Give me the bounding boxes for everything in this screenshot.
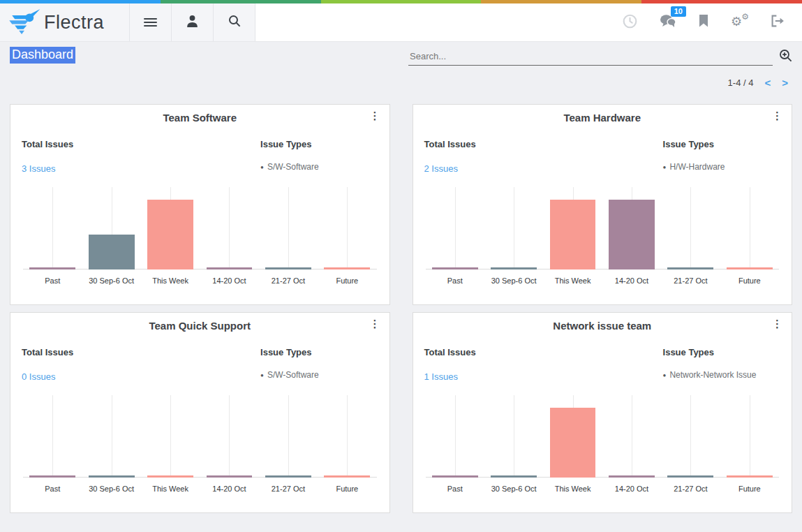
kebab-menu-icon[interactable]: ⋮	[772, 318, 782, 330]
chart-gridline	[229, 187, 230, 269]
x-axis-label: Future	[318, 485, 376, 493]
chart-bar[interactable]	[727, 475, 773, 478]
strip-orange	[481, 0, 641, 3]
messages-button[interactable]: 10	[660, 14, 676, 31]
chart-gridline	[52, 395, 53, 478]
issues-count-link[interactable]: 2 Issues	[424, 163, 458, 174]
zoom-in-search-icon[interactable]	[779, 49, 792, 65]
control-panel: Dashboard	[10, 42, 792, 66]
chart-bar[interactable]	[89, 235, 135, 269]
chart-gridline	[288, 395, 289, 478]
chart-bar[interactable]	[609, 475, 655, 478]
main-content: Dashboard 1-4 / 4 < > Team Software ⋮ To…	[0, 42, 802, 513]
bookmark-icon	[699, 15, 708, 30]
chart-bar[interactable]	[432, 475, 478, 478]
chart-bar[interactable]	[147, 475, 193, 478]
messages-count-badge: 10	[671, 6, 686, 17]
chart-bar[interactable]	[324, 267, 370, 269]
chart-bar[interactable]	[491, 475, 537, 478]
search-input[interactable]	[408, 48, 773, 66]
chart-category-slot: Future	[720, 187, 779, 292]
chart-bar[interactable]	[29, 267, 75, 269]
chart-bar[interactable]	[147, 200, 193, 269]
navbar-right-group: 10 ⚙⚙	[623, 3, 802, 41]
chart-bar[interactable]	[324, 475, 370, 478]
x-axis-label: Past	[426, 485, 484, 493]
legend-bullet-icon: ●	[663, 164, 667, 170]
kebab-menu-icon[interactable]: ⋮	[370, 318, 380, 330]
page-title[interactable]: Dashboard	[10, 47, 75, 64]
chart-gridline	[288, 187, 289, 269]
chart-bar[interactable]	[491, 267, 537, 269]
x-axis-label: Past	[426, 276, 484, 285]
chart-category-slot: 21-27 Oct	[661, 187, 720, 292]
chart-category-slot: Future	[720, 395, 779, 500]
apps-menu-button[interactable]	[129, 3, 171, 41]
bookmark-button[interactable]	[699, 15, 708, 30]
x-axis-label: 30 Sep-6 Oct	[484, 276, 543, 285]
top-navbar: Flectra 10	[0, 3, 802, 42]
chart-bar[interactable]	[29, 475, 75, 478]
issues-count-link[interactable]: 0 Issues	[22, 371, 55, 382]
x-axis-label: 14-20 Oct	[602, 276, 661, 285]
chart-gridline	[690, 187, 691, 269]
chart-gridline	[347, 395, 348, 478]
x-axis-label: Future	[720, 276, 779, 285]
card-title: Team Software	[10, 112, 389, 124]
legend-label: Network-Network Issue	[669, 370, 756, 380]
legend-label: H/W-Hardware	[669, 162, 725, 172]
global-search-button[interactable]	[213, 3, 255, 41]
x-axis-label: 14-20 Oct	[200, 276, 258, 285]
kebab-menu-icon[interactable]: ⋮	[370, 110, 380, 122]
chart-bar[interactable]	[609, 200, 655, 269]
chart-bar[interactable]	[265, 267, 311, 269]
flectra-bird-icon	[8, 7, 40, 38]
chart-bar[interactable]	[265, 475, 311, 478]
chart-bar[interactable]	[432, 267, 478, 269]
flectra-logo[interactable]: Flectra	[0, 3, 129, 41]
legend-bullet-icon: ●	[260, 372, 264, 378]
chart-category-slot: 30 Sep-6 Oct	[484, 187, 543, 292]
issues-count-link[interactable]: 3 Issues	[22, 163, 55, 174]
strip-lightgreen	[321, 0, 482, 3]
chart-bar[interactable]	[667, 267, 713, 269]
legend-item: ● S/W-Software	[260, 162, 378, 172]
settings-button[interactable]: ⚙⚙	[731, 15, 749, 30]
chart-category-slot: Past	[23, 395, 82, 500]
chart-bar[interactable]	[667, 475, 713, 478]
x-axis-label: 21-27 Oct	[661, 276, 720, 285]
total-issues-label: Total Issues	[424, 139, 663, 149]
x-axis-label: 21-27 Oct	[259, 276, 318, 285]
activities-button[interactable]	[623, 14, 637, 31]
legend-item: ● H/W-Hardware	[663, 162, 780, 172]
chart-gridline	[514, 187, 514, 269]
x-axis-label: Future	[318, 276, 376, 285]
kebab-menu-icon[interactable]: ⋮	[772, 110, 782, 122]
chart-gridline	[514, 395, 514, 478]
x-axis-label: This Week	[141, 485, 200, 493]
pager-range: 1-4 / 4	[728, 77, 754, 88]
x-axis-label: 30 Sep-6 Oct	[82, 485, 140, 493]
chart-category-slot: 30 Sep-6 Oct	[82, 395, 140, 500]
chart-gridline	[750, 395, 750, 478]
chart-category-slot: 14-20 Oct	[602, 187, 661, 292]
issues-bar-chart: Past30 Sep-6 OctThis Week14-20 Oct21-27 …	[23, 395, 377, 500]
x-axis-label: Past	[23, 276, 82, 285]
x-axis-label: 14-20 Oct	[200, 485, 258, 493]
chart-bar[interactable]	[207, 475, 253, 478]
chart-gridline	[229, 395, 230, 478]
chart-bar[interactable]	[550, 408, 596, 478]
chart-bar[interactable]	[727, 267, 773, 269]
chart-category-slot: Past	[426, 395, 484, 500]
logout-button[interactable]	[771, 15, 785, 30]
legend-bullet-icon: ●	[260, 164, 264, 170]
issues-count-link[interactable]: 1 Issues	[424, 371, 458, 382]
clock-icon	[623, 14, 637, 31]
chart-bar[interactable]	[89, 475, 135, 478]
chart-bar[interactable]	[550, 200, 596, 269]
user-menu-button[interactable]	[171, 3, 213, 41]
pager-prev-icon[interactable]: <	[764, 77, 771, 89]
chart-bar[interactable]	[207, 267, 253, 269]
pager-next-icon[interactable]: >	[782, 77, 788, 89]
x-axis-label: Past	[23, 485, 82, 493]
